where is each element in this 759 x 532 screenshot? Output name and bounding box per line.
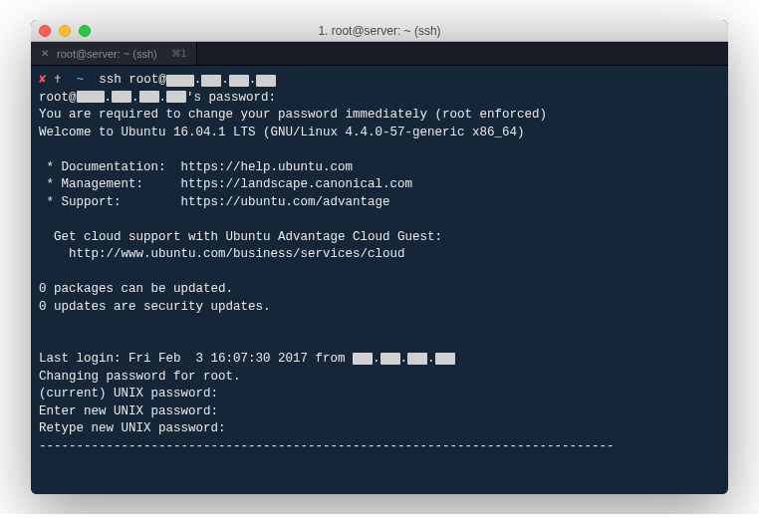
redacted-ip (139, 91, 159, 103)
redacted-ip (77, 91, 105, 103)
redacted-ip (112, 91, 131, 103)
zoom-window-button[interactable] (79, 25, 91, 37)
output-line: * Support: https://ubuntu.com/advantage (39, 194, 720, 212)
output-line (39, 141, 720, 159)
output-line: 0 updates are security updates. (39, 299, 720, 317)
traffic-lights (31, 25, 91, 37)
close-tab-icon[interactable]: ✕ (41, 48, 49, 59)
output-line (39, 264, 720, 282)
prompt-line: ✘ ✝ ~ ssh root@... (39, 72, 720, 90)
minimize-window-button[interactable] (59, 25, 71, 37)
output-line: (current) UNIX password: (39, 386, 720, 403)
output-line: Welcome to Ubuntu 16.04.1 LTS (GNU/Linux… (39, 125, 720, 142)
titlebar[interactable]: 1. root@server: ~ (ssh) (31, 20, 728, 42)
redacted-ip (256, 75, 276, 87)
terminal-body[interactable]: ✘ ✝ ~ ssh root@... root@...'s password: … (31, 66, 728, 494)
output-line: Get cloud support with Ubuntu Advantage … (39, 229, 720, 247)
tab-shortcut: ⌘1 (171, 48, 187, 59)
cross-icon: ✝ (54, 72, 62, 90)
tabbar: ✕ root@server: ~ (ssh) ⌘1 (31, 42, 728, 66)
redacted-ip (166, 75, 194, 87)
output-line (39, 334, 720, 352)
terminal-window: 1. root@server: ~ (ssh) ✕ root@server: ~… (31, 20, 728, 494)
output-line: Last login: Fri Feb 3 16:07:30 2017 from… (39, 351, 720, 369)
redacted-ip (435, 353, 455, 365)
output-line (39, 211, 720, 229)
redacted-ip (201, 75, 221, 87)
output-line: Changing password for root. (39, 369, 720, 387)
output-line: * Management: https://landscape.canonica… (39, 176, 720, 194)
output-line: Retype new UNIX password: (39, 420, 720, 438)
redacted-ip (407, 353, 427, 365)
status-x-icon: ✘ (39, 72, 47, 90)
tilde-icon: ~ (77, 72, 85, 90)
tab-ssh[interactable]: ✕ root@server: ~ (ssh) ⌘1 (31, 42, 197, 65)
divider-line: ----------------------------------------… (39, 438, 720, 456)
redacted-ip (353, 353, 373, 365)
window-title: 1. root@server: ~ (ssh) (31, 24, 728, 38)
output-line: 0 packages can be updated. (39, 281, 720, 299)
close-window-button[interactable] (39, 25, 51, 37)
output-line: You are required to change your password… (39, 107, 720, 125)
output-line: http://www.ubuntu.com/business/services/… (39, 246, 720, 264)
redacted-ip (380, 353, 400, 365)
output-line: Enter new UNIX password: (39, 403, 720, 421)
tab-label: root@server: ~ (ssh) (57, 48, 157, 60)
output-line: * Documentation: https://help.ubuntu.com (39, 159, 720, 177)
redacted-ip (229, 75, 249, 87)
command-text: ssh root@ (99, 72, 166, 90)
redacted-ip (166, 91, 186, 103)
output-line (39, 316, 720, 334)
output-line: root@...'s password: (39, 90, 720, 108)
